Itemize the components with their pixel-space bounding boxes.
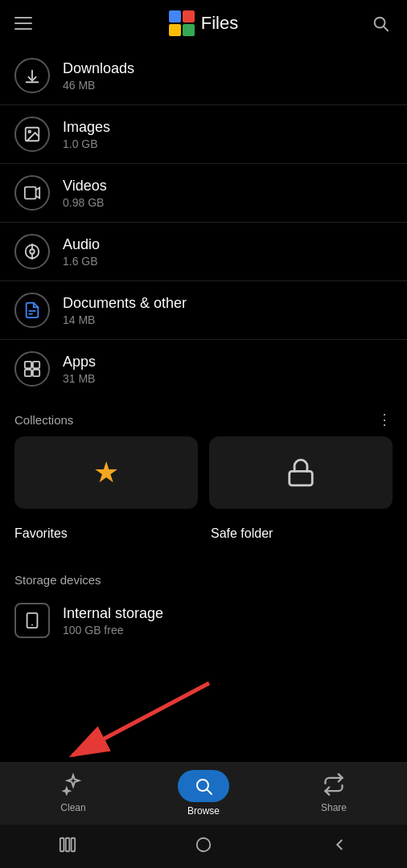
svg-line-26 [72,683,209,755]
images-size: 1.0 GB [63,137,110,150]
apps-info: Apps 31 MB [63,354,96,385]
file-category-item[interactable]: Audio 1.6 GB [0,223,407,281]
internal-storage-icon [14,603,50,638]
videos-icon [14,175,50,211]
file-category-item[interactable]: Apps 31 MB [0,340,407,398]
svg-rect-16 [25,362,31,368]
documents-info: Documents & other 14 MB [63,295,187,326]
nav-item-browse[interactable]: Browse [138,770,269,817]
audio-icon [14,234,50,269]
videos-size: 0.98 GB [63,196,107,209]
nav-item-share[interactable]: Share [269,773,399,813]
internal-storage-info: Internal storage 100 GB free [63,605,163,637]
nav-item-clean[interactable]: Clean [8,773,138,813]
bottom-nav-bar: Clean Browse Share [0,762,407,825]
apps-icon [14,351,50,387]
svg-rect-9 [25,187,36,199]
share-icon [323,773,345,799]
red-arrow-overlay [48,675,225,772]
svg-point-30 [197,837,211,851]
recents-button[interactable] [43,828,92,866]
header-title-area: Files [169,10,238,36]
search-icon[interactable] [368,11,393,35]
downloads-name: Downloads [63,60,134,77]
file-category-item[interactable]: Videos 0.98 GB [0,164,407,223]
downloads-icon [14,58,50,93]
clean-nav-label: Clean [60,802,85,813]
svg-rect-21 [27,613,38,628]
lock-icon [286,457,316,488]
svg-rect-17 [33,362,39,368]
images-name: Images [63,119,110,136]
downloads-size: 46 MB [63,79,134,92]
collections-section-header: Collections ⋮ [0,398,407,436]
audio-name: Audio [63,236,100,253]
file-category-item[interactable]: Images 1.0 GB [0,105,407,164]
svg-rect-1 [183,10,195,23]
share-nav-label: Share [321,802,347,813]
svg-rect-2 [169,24,181,36]
sparkle-icon [62,773,84,799]
browse-pill [178,770,229,802]
svg-line-5 [384,27,388,31]
svg-line-24 [208,790,212,795]
internal-storage-name: Internal storage [63,605,163,622]
svg-rect-27 [60,837,64,851]
internal-storage-item[interactable]: Internal storage 100 GB free [0,592,407,649]
favorites-card[interactable]: ★ [14,436,198,509]
system-nav-bar [0,825,407,868]
svg-rect-0 [169,10,181,23]
videos-info: Videos 0.98 GB [63,178,107,209]
browse-nav-label: Browse [187,805,220,817]
collections-grid: ★ [0,436,407,522]
svg-rect-29 [72,837,76,851]
safe-folder-card[interactable] [209,436,393,509]
menu-icon[interactable] [14,11,39,35]
documents-size: 14 MB [63,313,187,326]
videos-name: Videos [63,178,107,194]
collections-title: Collections [14,413,73,427]
app-title: Files [201,13,238,34]
svg-rect-28 [66,837,70,851]
app-logo-icon [169,10,195,36]
favorites-label: Favorites [14,522,196,541]
internal-storage-sub: 100 GB free [63,624,163,637]
svg-rect-18 [25,370,31,376]
file-category-item[interactable]: Documents & other 14 MB [0,281,407,340]
file-categories-list: Downloads 46 MB Images 1.0 GB Videos 0.9… [0,47,407,398]
audio-info: Audio 1.6 GB [63,236,100,268]
app-header: Files [0,0,407,47]
audio-size: 1.6 GB [63,255,100,268]
star-icon: ★ [93,456,119,489]
svg-point-8 [28,130,31,133]
back-button[interactable] [314,828,364,866]
images-info: Images 1.0 GB [63,119,110,150]
storage-devices-title: Storage devices [14,573,101,587]
svg-rect-20 [290,471,313,485]
images-icon [14,117,50,152]
file-category-item[interactable]: Downloads 46 MB [0,47,407,105]
collections-more-icon[interactable]: ⋮ [377,411,393,428]
apps-size: 31 MB [63,372,96,385]
apps-name: Apps [63,354,96,371]
downloads-info: Downloads 46 MB [63,60,134,92]
browse-icon [194,776,213,796]
storage-devices-section: Storage devices Internal storage 100 GB … [0,552,407,649]
svg-rect-19 [33,370,39,376]
storage-section-header: Storage devices [0,560,407,592]
safe-folder-label: Safe folder [196,522,393,541]
home-button[interactable] [179,828,228,866]
documents-name: Documents & other [63,295,187,312]
documents-icon [14,293,50,328]
collections-labels: Favorites Safe folder [0,522,407,552]
svg-rect-3 [183,24,195,36]
